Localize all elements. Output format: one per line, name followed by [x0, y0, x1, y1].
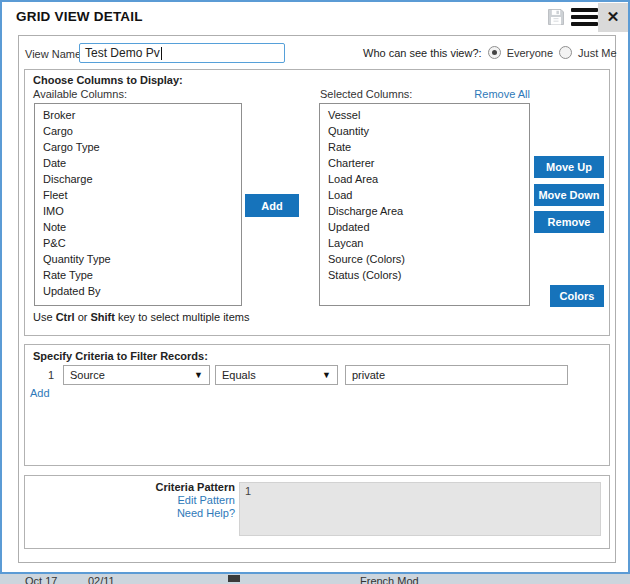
dialog-toolbar: ✕	[542, 2, 628, 32]
list-item[interactable]: P&C	[35, 235, 241, 251]
text-caret	[161, 47, 162, 60]
visibility-radio-group: Who can see this view?: Everyone Just Me	[363, 46, 617, 59]
list-item[interactable]: Charterer	[320, 155, 529, 171]
remove-button[interactable]: Remove	[534, 211, 604, 233]
list-item[interactable]: Quantity	[320, 123, 529, 139]
flag-icon	[228, 575, 240, 582]
list-item[interactable]: Quantity Type	[35, 251, 241, 267]
list-item[interactable]: Rate	[320, 139, 529, 155]
multi-select-hint: Use Ctrl or Shift key to select multiple…	[33, 311, 249, 323]
page-title: GRID VIEW DETAIL	[16, 9, 143, 24]
filter-criteria-section: Specify Criteria to Filter Records: 1 So…	[24, 344, 610, 466]
close-icon: ✕	[607, 8, 620, 26]
list-item[interactable]: Note	[35, 219, 241, 235]
need-help-link[interactable]: Need Help?	[177, 507, 235, 519]
list-item[interactable]: Cargo Type	[35, 139, 241, 155]
radio-justme[interactable]	[559, 46, 572, 59]
field-select-value: Source	[70, 369, 190, 381]
hamburger-menu-icon[interactable]	[570, 3, 598, 31]
visibility-label: Who can see this view?:	[363, 47, 482, 59]
list-item[interactable]: Rate Type	[35, 267, 241, 283]
list-item[interactable]: Broker	[35, 107, 241, 123]
chevron-down-icon: ▼	[194, 370, 203, 380]
radio-justme-label[interactable]: Just Me	[578, 47, 617, 59]
grid-view-detail-dialog: GRID VIEW DETAIL ✕ View Name: Test Demo …	[0, 0, 630, 574]
operator-select-value: Equals	[222, 369, 318, 381]
dialog-body: View Name: Test Demo Pv Who can see this…	[18, 35, 616, 563]
list-item[interactable]: Cargo	[35, 123, 241, 139]
available-columns-list[interactable]: BrokerCargoCargo TypeDateDischargeFleetI…	[34, 103, 242, 306]
list-item[interactable]: Updated	[320, 219, 529, 235]
field-select[interactable]: Source ▼	[63, 365, 210, 385]
choose-columns-section: Choose Columns to Display: Available Col…	[24, 69, 610, 336]
background-date-cell: Oct 17	[25, 575, 57, 584]
close-button[interactable]: ✕	[598, 3, 628, 32]
criteria-pattern-label: Criteria Pattern	[25, 481, 235, 494]
radio-everyone-label[interactable]: Everyone	[507, 47, 553, 59]
save-icon[interactable]	[542, 3, 570, 31]
selected-columns-list[interactable]: VesselQuantityRateChartererLoad AreaLoad…	[319, 103, 530, 306]
view-name-value: Test Demo Pv	[85, 46, 160, 60]
filter-section-label: Specify Criteria to Filter Records:	[33, 350, 208, 362]
list-item[interactable]: Discharge	[35, 171, 241, 187]
criteria-pattern-section: Criteria Pattern Edit Pattern Need Help?…	[24, 475, 610, 549]
criteria-row-number: 1	[45, 369, 57, 381]
list-item[interactable]: Load	[320, 187, 529, 203]
edit-pattern-link[interactable]: Edit Pattern	[178, 494, 235, 506]
background-grid-row: Oct 17 02/11 French Mod	[0, 574, 630, 584]
radio-everyone[interactable]	[488, 46, 501, 59]
list-item[interactable]: Discharge Area	[320, 203, 529, 219]
move-up-button[interactable]: Move Up	[534, 156, 604, 178]
available-columns-label: Available Columns:	[33, 88, 127, 100]
list-item[interactable]: Load Area	[320, 171, 529, 187]
chevron-down-icon: ▼	[322, 370, 331, 380]
list-item[interactable]: Vessel	[320, 107, 529, 123]
filter-value-input[interactable]	[345, 365, 568, 385]
background-text-cell: French Mod	[360, 575, 419, 584]
operator-select[interactable]: Equals ▼	[215, 365, 338, 385]
view-name-label: View Name:	[25, 48, 84, 60]
background-laycan-cell: 02/11	[88, 575, 115, 584]
list-item[interactable]: Source (Colors)	[320, 251, 529, 267]
list-item[interactable]: IMO	[35, 203, 241, 219]
choose-columns-label: Choose Columns to Display:	[33, 74, 183, 86]
remove-all-link[interactable]: Remove All	[457, 88, 530, 100]
list-item[interactable]: Date	[35, 155, 241, 171]
add-criteria-link[interactable]: Add	[30, 387, 50, 399]
move-down-button[interactable]: Move Down	[534, 184, 604, 206]
add-button[interactable]: Add	[245, 194, 299, 217]
floppy-disk-icon	[546, 7, 566, 27]
list-item[interactable]: Updated By	[35, 283, 241, 299]
colors-button[interactable]: Colors	[550, 285, 604, 307]
list-item[interactable]: Laycan	[320, 235, 529, 251]
list-item[interactable]: Status (Colors)	[320, 267, 529, 283]
view-name-input[interactable]: Test Demo Pv	[79, 43, 285, 63]
selected-columns-label: Selected Columns:	[320, 88, 412, 100]
list-item[interactable]: Fleet	[35, 187, 241, 203]
criteria-pattern-textarea[interactable]: 1	[239, 482, 601, 536]
